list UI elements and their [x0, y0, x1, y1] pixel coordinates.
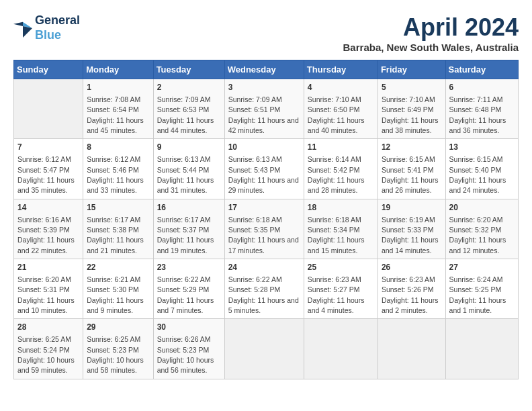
week-row-3: 14Sunrise: 6:16 AMSunset: 5:39 PMDayligh…: [14, 199, 519, 259]
day-number: 6: [449, 82, 515, 93]
day-number: 11: [308, 142, 374, 153]
calendar-cell: 14Sunrise: 6:16 AMSunset: 5:39 PMDayligh…: [14, 199, 83, 259]
day-info: Sunrise: 6:13 AMSunset: 5:43 PMDaylight:…: [228, 155, 299, 194]
day-number: 7: [17, 142, 79, 153]
day-info: Sunrise: 6:12 AMSunset: 5:46 PMDaylight:…: [87, 155, 144, 194]
day-info: Sunrise: 6:12 AMSunset: 5:47 PMDaylight:…: [17, 155, 75, 194]
title-area: April 2024 Barraba, New South Wales, Aus…: [343, 13, 519, 53]
day-number: 17: [228, 202, 300, 214]
calendar-cell: 13Sunrise: 6:15 AMSunset: 5:40 PMDayligh…: [445, 139, 518, 199]
calendar-cell: 26Sunrise: 6:23 AMSunset: 5:26 PMDayligh…: [378, 259, 445, 319]
day-number: 14: [17, 202, 79, 214]
calendar-cell: 29Sunrise: 6:25 AMSunset: 5:23 PMDayligh…: [83, 319, 153, 379]
day-number: 20: [449, 202, 515, 214]
calendar-cell: 2Sunrise: 7:09 AMSunset: 6:53 PMDaylight…: [153, 79, 224, 139]
calendar-cell: 18Sunrise: 6:18 AMSunset: 5:34 PMDayligh…: [304, 199, 378, 259]
header-thursday: Thursday: [304, 60, 378, 79]
day-info: Sunrise: 6:20 AMSunset: 5:32 PMDaylight:…: [449, 216, 506, 255]
day-number: 25: [308, 262, 374, 273]
calendar-cell: [445, 319, 518, 379]
day-info: Sunrise: 7:09 AMSunset: 6:53 PMDaylight:…: [157, 95, 214, 134]
day-info: Sunrise: 6:15 AMSunset: 5:41 PMDaylight:…: [382, 155, 439, 194]
day-number: 24: [228, 262, 300, 273]
calendar-cell: 15Sunrise: 6:17 AMSunset: 5:38 PMDayligh…: [83, 199, 153, 259]
calendar-cell: 20Sunrise: 6:20 AMSunset: 5:32 PMDayligh…: [445, 199, 518, 259]
day-info: Sunrise: 6:16 AMSunset: 5:39 PMDaylight:…: [17, 216, 75, 255]
week-row-5: 28Sunrise: 6:25 AMSunset: 5:24 PMDayligh…: [14, 319, 519, 379]
calendar-cell: 6Sunrise: 7:11 AMSunset: 6:48 PMDaylight…: [445, 79, 518, 139]
calendar-cell: [14, 79, 83, 139]
logo-text: General Blue: [35, 13, 80, 42]
day-number: 4: [308, 82, 374, 93]
day-info: Sunrise: 6:23 AMSunset: 5:27 PMDaylight:…: [308, 275, 365, 314]
day-number: 3: [228, 82, 300, 93]
day-info: Sunrise: 6:22 AMSunset: 5:29 PMDaylight:…: [157, 275, 214, 314]
day-number: 16: [157, 202, 221, 214]
day-info: Sunrise: 6:13 AMSunset: 5:44 PMDaylight:…: [157, 155, 214, 194]
day-info: Sunrise: 6:21 AMSunset: 5:30 PMDaylight:…: [87, 275, 144, 314]
week-row-2: 7Sunrise: 6:12 AMSunset: 5:47 PMDaylight…: [14, 139, 519, 199]
day-info: Sunrise: 7:10 AMSunset: 6:50 PMDaylight:…: [308, 95, 365, 134]
day-number: 21: [17, 262, 79, 273]
day-info: Sunrise: 6:18 AMSunset: 5:35 PMDaylight:…: [228, 216, 299, 255]
calendar-cell: 4Sunrise: 7:10 AMSunset: 6:50 PMDaylight…: [304, 79, 378, 139]
day-info: Sunrise: 6:22 AMSunset: 5:28 PMDaylight:…: [228, 275, 299, 314]
day-info: Sunrise: 6:24 AMSunset: 5:25 PMDaylight:…: [449, 275, 506, 314]
calendar-cell: 1Sunrise: 7:08 AMSunset: 6:54 PMDaylight…: [83, 79, 153, 139]
day-number: 5: [382, 82, 442, 93]
day-number: 2: [157, 82, 221, 93]
day-info: Sunrise: 6:17 AMSunset: 5:38 PMDaylight:…: [87, 216, 144, 255]
calendar-cell: 23Sunrise: 6:22 AMSunset: 5:29 PMDayligh…: [153, 259, 224, 319]
day-info: Sunrise: 6:20 AMSunset: 5:31 PMDaylight:…: [17, 275, 75, 314]
calendar-cell: 22Sunrise: 6:21 AMSunset: 5:30 PMDayligh…: [83, 259, 153, 319]
week-row-4: 21Sunrise: 6:20 AMSunset: 5:31 PMDayligh…: [14, 259, 519, 319]
calendar-cell: 8Sunrise: 6:12 AMSunset: 5:46 PMDaylight…: [83, 139, 153, 199]
day-number: 9: [157, 142, 221, 153]
day-number: 27: [449, 262, 515, 273]
day-number: 19: [382, 202, 442, 214]
calendar-cell: 10Sunrise: 6:13 AMSunset: 5:43 PMDayligh…: [224, 139, 304, 199]
day-info: Sunrise: 6:14 AMSunset: 5:42 PMDaylight:…: [308, 155, 365, 194]
header-wednesday: Wednesday: [224, 60, 304, 79]
header-saturday: Saturday: [445, 60, 518, 79]
calendar-cell: 24Sunrise: 6:22 AMSunset: 5:28 PMDayligh…: [224, 259, 304, 319]
calendar-cell: 27Sunrise: 6:24 AMSunset: 5:25 PMDayligh…: [445, 259, 518, 319]
calendar-cell: 12Sunrise: 6:15 AMSunset: 5:41 PMDayligh…: [378, 139, 445, 199]
calendar-cell: 9Sunrise: 6:13 AMSunset: 5:44 PMDaylight…: [153, 139, 224, 199]
day-number: 13: [449, 142, 515, 153]
day-info: Sunrise: 6:15 AMSunset: 5:40 PMDaylight:…: [449, 155, 506, 194]
day-info: Sunrise: 6:23 AMSunset: 5:26 PMDaylight:…: [382, 275, 439, 314]
calendar-cell: 17Sunrise: 6:18 AMSunset: 5:35 PMDayligh…: [224, 199, 304, 259]
day-info: Sunrise: 6:26 AMSunset: 5:23 PMDaylight:…: [157, 335, 214, 374]
header-sunday: Sunday: [14, 60, 83, 79]
calendar-cell: 7Sunrise: 6:12 AMSunset: 5:47 PMDaylight…: [14, 139, 83, 199]
day-info: Sunrise: 7:08 AMSunset: 6:54 PMDaylight:…: [87, 95, 144, 134]
day-info: Sunrise: 6:19 AMSunset: 5:33 PMDaylight:…: [382, 216, 439, 255]
calendar-cell: 5Sunrise: 7:10 AMSunset: 6:49 PMDaylight…: [378, 79, 445, 139]
day-number: 26: [382, 262, 442, 273]
day-number: 1: [87, 82, 149, 93]
header-tuesday: Tuesday: [153, 60, 224, 79]
calendar-cell: [378, 319, 445, 379]
calendar-cell: 21Sunrise: 6:20 AMSunset: 5:31 PMDayligh…: [14, 259, 83, 319]
day-number: 10: [228, 142, 300, 153]
day-number: 8: [87, 142, 149, 153]
day-number: 22: [87, 262, 149, 273]
day-number: 23: [157, 262, 221, 273]
day-info: Sunrise: 6:18 AMSunset: 5:34 PMDaylight:…: [308, 216, 365, 255]
calendar-cell: 3Sunrise: 7:09 AMSunset: 6:51 PMDaylight…: [224, 79, 304, 139]
calendar-cell: 16Sunrise: 6:17 AMSunset: 5:37 PMDayligh…: [153, 199, 224, 259]
month-title: April 2024: [343, 13, 519, 42]
header-friday: Friday: [378, 60, 445, 79]
day-number: 12: [382, 142, 442, 153]
day-number: 15: [87, 202, 149, 214]
header: General Blue April 2024 Barraba, New Sou…: [13, 13, 519, 53]
day-info: Sunrise: 7:11 AMSunset: 6:48 PMDaylight:…: [449, 95, 506, 134]
logo-icon: [13, 19, 32, 38]
calendar-cell: 28Sunrise: 6:25 AMSunset: 5:24 PMDayligh…: [14, 319, 83, 379]
day-info: Sunrise: 6:25 AMSunset: 5:23 PMDaylight:…: [87, 335, 144, 374]
svg-marker-1: [13, 21, 23, 26]
calendar-cell: [304, 319, 378, 379]
calendar-cell: 30Sunrise: 6:26 AMSunset: 5:23 PMDayligh…: [153, 319, 224, 379]
header-monday: Monday: [83, 60, 153, 79]
